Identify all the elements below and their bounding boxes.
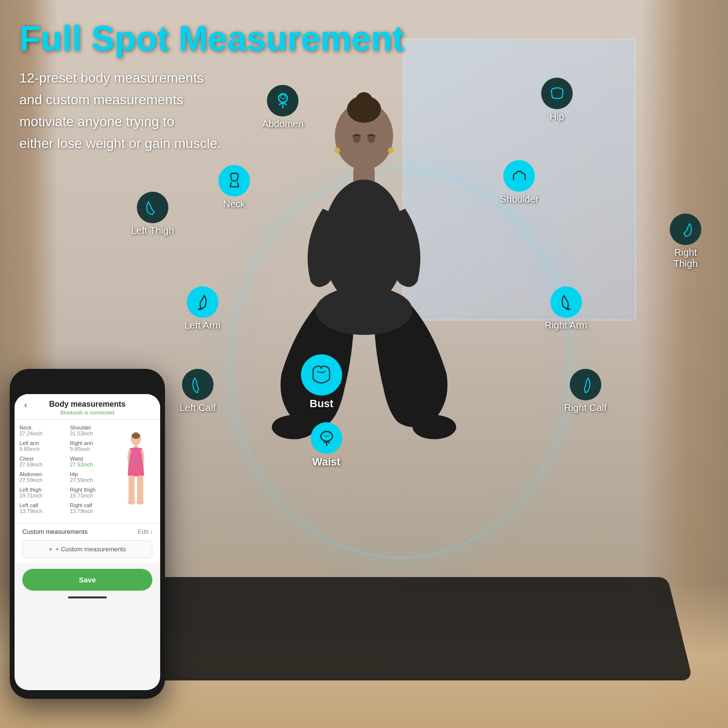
arm-row: Left arm 9.85inch Right arm 9.85inch xyxy=(19,440,116,452)
abdomen-measurement: Abdomen 27.59inch xyxy=(19,471,66,483)
neck-shoulder-row: Neck 27.24inch Shoulder 31.53inch xyxy=(19,425,116,436)
custom-measurements-label: Custom measurements xyxy=(22,528,87,535)
hip-icon-circle xyxy=(541,78,573,109)
abdomen-hip-row: Abdomen 27.59inch Hip 27.59inch xyxy=(19,471,116,483)
hip-measurement: Hip 27.59inch xyxy=(70,471,116,483)
add-custom-measurement-button[interactable]: + + Custom measurements xyxy=(22,540,152,558)
subtitle: 12-preset body measurements and custom m… xyxy=(19,67,262,154)
label-right-calf: Right Calf xyxy=(564,369,607,414)
svg-point-6 xyxy=(315,286,413,335)
svg-point-33 xyxy=(128,500,135,505)
hip-label-text: Hip xyxy=(549,111,564,122)
right-calf-icon-circle xyxy=(570,369,601,400)
phone-screen: ‹ Body measurements Bluetooth is connect… xyxy=(15,394,160,690)
left-thigh-measurement: Left thigh 19.71inch xyxy=(19,487,66,498)
phone-notch xyxy=(63,379,112,390)
abdomen-label-text: Abdomen xyxy=(262,118,304,130)
label-left-thigh: Left Thigh xyxy=(131,192,174,236)
subtitle-line4: either lose weight or gain muscle. xyxy=(19,136,221,151)
svg-line-19 xyxy=(237,182,239,187)
bust-label-text: Bust xyxy=(310,397,333,410)
add-custom-label: + Custom measurements xyxy=(55,546,126,553)
left-calf-icon-circle xyxy=(182,369,214,400)
shoulder-icon-circle xyxy=(503,160,535,192)
svg-rect-32 xyxy=(137,476,143,501)
svg-point-8 xyxy=(413,415,456,439)
label-left-arm: Left Arm xyxy=(184,286,220,331)
title-part1: Full Spot xyxy=(19,19,169,58)
left-calf-measurement: Left calf 13.79inch xyxy=(19,502,66,514)
right-calf-value: 13.79inch xyxy=(70,508,116,514)
subtitle-line2: and custom measurements xyxy=(19,92,183,107)
label-neck: Neck xyxy=(218,165,250,210)
subtitle-line3: motiviate anyone trying to xyxy=(19,114,174,129)
measurements-section: Neck 27.24inch Shoulder 31.53inch Left a… xyxy=(15,420,160,523)
svg-point-17 xyxy=(281,95,285,99)
svg-point-34 xyxy=(136,500,144,505)
chest-label: Chest xyxy=(19,456,66,462)
save-button[interactable]: Save xyxy=(22,569,152,591)
left-thigh-value: 19.71inch xyxy=(19,493,66,498)
calf-row: Left calf 13.79inch Right calf 13.79inch xyxy=(19,502,116,514)
abdomen-value: 27.59inch xyxy=(19,477,66,483)
shoulder-value: 31.53inch xyxy=(70,430,116,436)
main-container: Abdomen Hip Neck xyxy=(0,0,728,728)
left-calf-label-text: Left Calf xyxy=(180,402,215,414)
label-bust: Bust xyxy=(301,354,342,410)
bust-icon-circle xyxy=(301,354,342,396)
phone-header: ‹ Body measurements Bluetooth is connect… xyxy=(15,394,160,420)
label-right-arm: Right Arm xyxy=(545,286,587,331)
label-abdomen: Abdomen xyxy=(262,85,304,130)
abdomen-label: Abdomen xyxy=(19,471,66,477)
title-section: Full Spot Measurement 12-preset body mea… xyxy=(19,19,404,154)
edit-arrow: › xyxy=(150,528,152,535)
subtitle-line1: 12-preset body measurements xyxy=(19,70,204,85)
neck-label: Neck xyxy=(19,425,66,430)
right-arm-label-text: Right Arm xyxy=(545,320,587,331)
right-calf-measurement: Right calf 13.79inch xyxy=(70,502,116,514)
left-arm-value: 9.85inch xyxy=(19,446,66,452)
label-waist: Waist xyxy=(311,422,342,468)
phone-mockup: ‹ Body measurements Bluetooth is connect… xyxy=(10,369,165,699)
thigh-row: Left thigh 19.71inch Right thigh 19.71in… xyxy=(19,487,116,498)
left-arm-label-text: Left Arm xyxy=(184,320,220,331)
svg-rect-31 xyxy=(129,476,134,501)
neck-icon-circle xyxy=(218,165,250,197)
waist-icon-circle xyxy=(311,422,342,454)
right-calf-label: Right calf xyxy=(70,502,116,508)
left-thigh-label-text: Left Thigh xyxy=(131,225,174,236)
shoulder-label: Shoulder xyxy=(70,425,116,430)
hip-value: 27.59inch xyxy=(70,477,116,483)
chest-value: 27.59inch xyxy=(19,462,66,467)
body-figure xyxy=(116,425,155,518)
left-arm-measurement: Left arm 9.85inch xyxy=(19,440,66,452)
left-measurements: Neck 27.24inch Shoulder 31.53inch Left a… xyxy=(19,425,116,518)
edit-label: Edit xyxy=(138,528,149,535)
right-arm-measurement: Right arm 9.85inch xyxy=(70,440,116,452)
save-label: Save xyxy=(79,576,96,584)
right-thigh-measurement: Right thigh 19.71inch xyxy=(70,487,116,498)
right-thigh-label: Right thigh xyxy=(70,487,116,493)
edit-button[interactable]: Edit › xyxy=(138,528,152,535)
title-heading: Full Spot Measurement xyxy=(19,19,404,58)
label-right-thigh: RightThigh xyxy=(670,214,701,269)
title-part2: Measurement xyxy=(179,19,404,58)
left-calf-label: Left calf xyxy=(19,502,66,508)
right-calf-label-text: Right Calf xyxy=(564,402,607,414)
back-button[interactable]: ‹ xyxy=(24,400,27,410)
waist-measurement: Waist 27.52inch xyxy=(70,456,116,467)
waist-label: Waist xyxy=(70,456,116,462)
phone-bluetooth-status: Bluetooth is connected xyxy=(22,410,152,415)
shoulder-measurement: Shoulder 31.53inch xyxy=(70,425,116,436)
custom-measurements-header: Custom measurements Edit › xyxy=(22,528,152,535)
chest-measurement: Chest 27.59inch xyxy=(19,456,66,467)
svg-point-7 xyxy=(272,415,315,439)
waist-label-text: Waist xyxy=(313,456,341,468)
phone-screen-title: Body measurements xyxy=(22,400,152,409)
waist-value: 27.52inch xyxy=(70,462,116,467)
abdomen-icon-circle xyxy=(267,85,298,116)
right-arm-label: Right arm xyxy=(70,440,116,446)
right-arm-icon-circle xyxy=(550,286,582,318)
left-thigh-icon-circle xyxy=(137,192,168,223)
chest-waist-row: Chest 27.59inch Waist 27.52inch xyxy=(19,456,116,467)
